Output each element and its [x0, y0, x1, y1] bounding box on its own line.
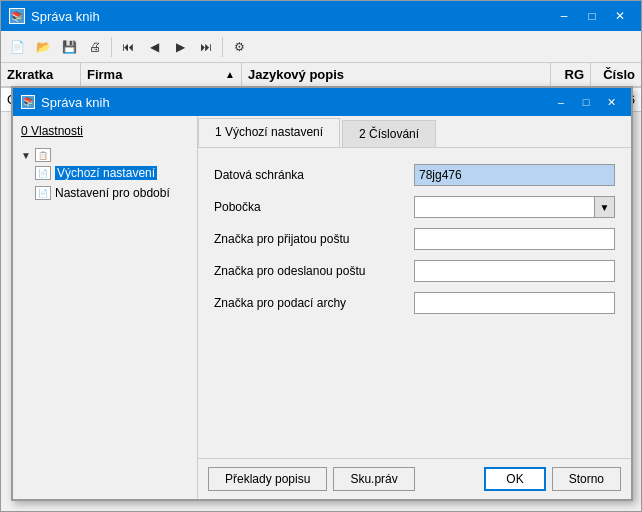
- toolbar-open-button[interactable]: 📂: [31, 35, 55, 59]
- inner-ok-button[interactable]: OK: [484, 467, 545, 491]
- input-pobocka[interactable]: [414, 196, 595, 218]
- tree-item-nastaveni-doc-icon: 📄: [35, 186, 51, 200]
- inner-bottom-right: OK Storno: [484, 467, 621, 491]
- tree-item-nastaveni-label: Nastavení pro období: [55, 186, 170, 200]
- input-znacka-odeslana[interactable]: [414, 260, 615, 282]
- inner-window-controls: – □ ✕: [549, 92, 623, 112]
- label-znacka-prijata: Značka pro přijatou poštu: [214, 232, 414, 246]
- toolbar-first-button[interactable]: ⏮: [116, 35, 140, 59]
- form-row-pobocka: Pobočka ▼: [214, 196, 615, 218]
- left-panel: 0 Vlastnosti ▼ 📋 📄 Výchozí nastavení 📄 N…: [13, 116, 198, 499]
- tree-item-doc-icon: 📄: [35, 166, 51, 180]
- inner-close-button[interactable]: ✕: [599, 92, 623, 112]
- tree-item-vychozi[interactable]: 📄 Výchozí nastavení: [35, 164, 189, 182]
- sort-arrow-icon: ▲: [225, 69, 235, 80]
- outer-close-button[interactable]: ✕: [607, 5, 633, 27]
- skuprav-button[interactable]: Sku.práv: [333, 467, 414, 491]
- outer-titlebar: 📚 Správa knih – □ ✕: [1, 1, 641, 31]
- inner-content: 0 Vlastnosti ▼ 📋 📄 Výchozí nastavení 📄 N…: [13, 116, 631, 499]
- inner-maximize-button[interactable]: □: [574, 92, 598, 112]
- col-header-jazyk[interactable]: Jazykový popis: [242, 63, 551, 86]
- outer-maximize-button[interactable]: □: [579, 5, 605, 27]
- tree-collapse-arrow: ▼: [21, 150, 35, 161]
- tabs-bar: 1 Výchozí nastavení 2 Číslování: [198, 116, 631, 148]
- toolbar-save-button[interactable]: 💾: [57, 35, 81, 59]
- form-row-datova: Datová schránka: [214, 164, 615, 186]
- form-row-znacka-podaci: Značka pro podací archy: [214, 292, 615, 314]
- tab-vychozi[interactable]: 1 Výchozí nastavení: [198, 118, 340, 147]
- tree-root-item[interactable]: ▼ 📋: [21, 146, 189, 164]
- outer-window-controls: – □ ✕: [551, 5, 633, 27]
- toolbar: 📄 📂 💾 🖨 ⏮ ◀ ▶ ⏭ ⚙: [1, 31, 641, 63]
- toolbar-prev-button[interactable]: ◀: [142, 35, 166, 59]
- inner-window-icon: 📚: [21, 95, 35, 109]
- input-datova[interactable]: [414, 164, 615, 186]
- form-content: Datová schránka Pobočka ▼ Značka pro při…: [198, 148, 631, 458]
- toolbar-separator-1: [111, 37, 112, 57]
- table-header: Zkratka Firma ▲ Jazykový popis RG Číslo: [1, 63, 641, 88]
- col-header-firma[interactable]: Firma ▲: [81, 63, 242, 86]
- col-header-rg[interactable]: RG: [551, 63, 591, 86]
- inner-storno-button[interactable]: Storno: [552, 467, 621, 491]
- inner-window-title: Správa knih: [41, 95, 549, 110]
- inner-bottom-bar: Překlady popisu Sku.práv OK Storno: [198, 458, 631, 499]
- tree-item-vychozi-label: Výchozí nastavení: [55, 166, 157, 180]
- toolbar-settings-button[interactable]: ⚙: [227, 35, 251, 59]
- col-header-zkratka[interactable]: Zkratka: [1, 63, 81, 86]
- input-znacka-podaci[interactable]: [414, 292, 615, 314]
- outer-minimize-button[interactable]: –: [551, 5, 577, 27]
- col-header-cislo[interactable]: Číslo: [591, 63, 641, 86]
- toolbar-next-button[interactable]: ▶: [168, 35, 192, 59]
- label-znacka-odeslana: Značka pro odeslanou poštu: [214, 264, 414, 278]
- label-datova: Datová schránka: [214, 168, 414, 182]
- inner-window: 📚 Správa knih – □ ✕ 0 Vlastnosti ▼ 📋 📄: [11, 86, 633, 501]
- input-znacka-prijata[interactable]: [414, 228, 615, 250]
- outer-window: 📚 Správa knih – □ ✕ 📄 📂 💾 🖨 ⏮ ◀ ▶ ⏭ ⚙ Zk…: [0, 0, 642, 512]
- label-znacka-podaci: Značka pro podací archy: [214, 296, 414, 310]
- toolbar-separator-2: [222, 37, 223, 57]
- form-row-znacka-prijata: Značka pro přijatou poštu: [214, 228, 615, 250]
- preklady-button[interactable]: Překlady popisu: [208, 467, 327, 491]
- toolbar-last-button[interactable]: ⏭: [194, 35, 218, 59]
- outer-window-icon: 📚: [9, 8, 25, 24]
- tree-root-doc-icon: 📋: [35, 148, 51, 162]
- toolbar-new-button[interactable]: 📄: [5, 35, 29, 59]
- tab-cislovani[interactable]: 2 Číslování: [342, 120, 436, 147]
- pobocka-dropdown-button[interactable]: ▼: [595, 196, 615, 218]
- toolbar-print-button[interactable]: 🖨: [83, 35, 107, 59]
- inner-titlebar: 📚 Správa knih – □ ✕: [13, 88, 631, 116]
- input-wrap-pobocka: ▼: [414, 196, 615, 218]
- form-row-znacka-odeslana: Značka pro odeslanou poštu: [214, 260, 615, 282]
- outer-window-title: Správa knih: [31, 9, 551, 24]
- tree-subtree: 📄 Výchozí nastavení 📄 Nastavení pro obdo…: [35, 164, 189, 202]
- left-panel-title: 0 Vlastnosti: [21, 124, 189, 138]
- tree-item-nastaveni[interactable]: 📄 Nastavení pro období: [35, 184, 189, 202]
- inner-minimize-button[interactable]: –: [549, 92, 573, 112]
- label-pobocka: Pobočka: [214, 200, 414, 214]
- inner-bottom-left: Překlady popisu Sku.práv: [208, 467, 415, 491]
- right-panel: 1 Výchozí nastavení 2 Číslování Datová s…: [198, 116, 631, 499]
